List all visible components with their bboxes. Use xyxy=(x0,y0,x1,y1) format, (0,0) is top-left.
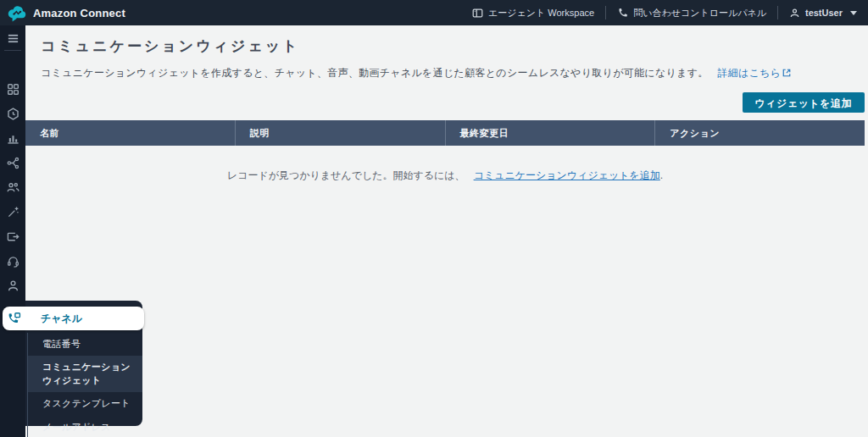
widgets-table: 名前 説明 最終変更日 アクション レコードが見つかりませんでした。開始するには… xyxy=(25,120,865,183)
phone-icon xyxy=(617,8,628,19)
column-header-description: 説明 xyxy=(235,120,445,146)
external-link-icon xyxy=(782,68,791,80)
sidebar-item-rules[interactable] xyxy=(6,205,19,218)
agent-workspace-link[interactable]: エージェント Workspace xyxy=(461,6,605,19)
sidebar-item-campaigns[interactable] xyxy=(6,230,19,243)
apps-icon xyxy=(7,83,19,96)
topbar: Amazon Connect エージェント Workspace 問い合わせコント… xyxy=(0,0,868,25)
sidebar-item-analytics[interactable] xyxy=(6,131,19,145)
sidebar xyxy=(0,25,25,437)
sidebar-item-routing[interactable] xyxy=(6,156,19,169)
table-header-row: 名前 説明 最終変更日 アクション xyxy=(25,120,865,146)
brand: Amazon Connect xyxy=(0,3,125,23)
workspace-icon xyxy=(472,8,483,19)
user-name-label: testUser xyxy=(805,8,843,18)
contact-control-panel-link[interactable]: 問い合わせコントロールパネル xyxy=(605,6,777,19)
channels-label: チャネル xyxy=(41,312,82,326)
sidebar-item-channels[interactable]: チャネル xyxy=(3,307,144,330)
topbar-nav: エージェント Workspace 問い合わせコントロールパネル testUser xyxy=(461,0,868,25)
page-description-text: コミュニケーションウィジェットを作成すると、チャット、音声、動画チャネルを通じた… xyxy=(41,67,709,79)
table-empty-state: レコードが見つかりませんでした。開始するには、 コミュニケーションウィジェットを… xyxy=(25,146,865,183)
hamburger-icon xyxy=(7,32,19,45)
flyout-item-email-addresses[interactable]: メールアドレス xyxy=(28,416,142,437)
add-widget-button[interactable]: ウィジェットを追加 xyxy=(743,92,865,113)
main-content: コミュニケーションウィジェット コミュニケーションウィジェットを作成すると、チャ… xyxy=(25,25,868,437)
flyout-item-phone-numbers[interactable]: 電話番号 xyxy=(28,333,142,356)
empty-state-suffix: . xyxy=(660,169,663,181)
brand-name: Amazon Connect xyxy=(33,7,125,19)
page-title: コミュニケーションウィジェット xyxy=(41,36,853,56)
sidebar-item-metrics[interactable] xyxy=(6,107,19,120)
bar-chart-icon xyxy=(7,132,19,145)
sidebar-item-contact-center[interactable] xyxy=(6,254,19,268)
toolbar: ウィジェットを追加 xyxy=(25,92,865,113)
flyout-item-task-templates[interactable]: タスクテンプレート xyxy=(28,392,142,415)
sidebar-menu-toggle[interactable] xyxy=(6,31,19,45)
sidebar-item-dashboard[interactable] xyxy=(6,82,19,96)
metrics-clock-icon xyxy=(7,108,19,120)
person-icon xyxy=(7,279,19,292)
users-icon xyxy=(7,181,19,194)
user-icon xyxy=(789,8,800,19)
caret-down-icon xyxy=(850,11,857,15)
sidebar-item-profile[interactable] xyxy=(6,279,19,292)
empty-state-text: レコードが見つかりませんでした。開始するには、 xyxy=(227,169,465,181)
user-menu[interactable]: testUser xyxy=(777,6,868,19)
learn-more-link[interactable]: 詳細はこちら xyxy=(717,67,791,79)
column-header-name: 名前 xyxy=(25,120,235,146)
flyout-item-communication-widgets[interactable]: コミュニケーションウィジェット xyxy=(28,356,142,392)
wand-icon xyxy=(7,206,19,218)
contact-control-panel-label: 問い合わせコントロールパネル xyxy=(633,7,766,19)
amazon-connect-logo-icon xyxy=(7,3,27,23)
routing-flow-icon xyxy=(7,157,19,169)
sidebar-item-users[interactable] xyxy=(6,180,19,194)
column-header-last-modified: 最終変更日 xyxy=(445,120,655,146)
channels-flyout-list: 電話番号 コミュニケーションウィジェット タスクテンプレート メールアドレス xyxy=(27,333,142,437)
column-header-actions: アクション xyxy=(654,120,865,146)
sidebar-icon-stack xyxy=(6,82,19,303)
page-description: コミュニケーションウィジェットを作成すると、チャット、音声、動画チャネルを通じた… xyxy=(41,66,853,80)
agent-workspace-label: エージェント Workspace xyxy=(488,7,594,19)
outbound-screen-icon xyxy=(7,230,19,243)
channels-phone-icon xyxy=(7,312,21,326)
headset-icon xyxy=(7,255,19,268)
empty-state-add-link[interactable]: コミュニケーションウィジェットを追加 xyxy=(474,169,660,181)
sidebar-divider xyxy=(4,50,21,51)
